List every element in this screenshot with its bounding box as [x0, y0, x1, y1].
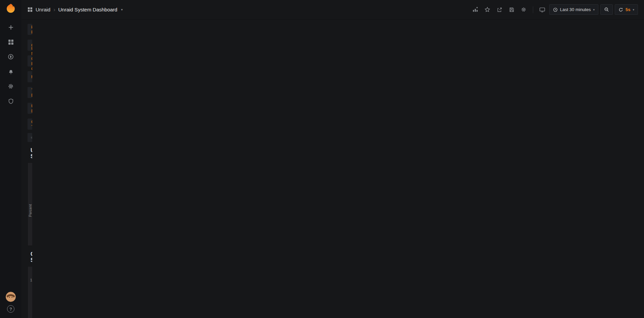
- cpu1-chart[interactable]: 0%50%100%19:5019:5520:0020:0520:1020:15: [28, 275, 32, 318]
- time-range-picker[interactable]: Last 30 minutes ▾: [549, 4, 598, 15]
- dashboard-title-caret-icon[interactable]: ▾: [121, 8, 123, 11]
- save-icon[interactable]: [507, 5, 517, 15]
- external-link-icon: [31, 135, 32, 140]
- caret-down-icon: ▾: [593, 8, 595, 11]
- star-icon[interactable]: [482, 5, 493, 15]
- grafana-flame-icon: [5, 3, 16, 14]
- main-area: Unraid › Unraid System Dashboard ▾: [21, 0, 644, 318]
- navbar-actions: Last 30 minutes ▾ 5s ▾: [470, 4, 638, 15]
- navbar-divider: [533, 6, 533, 13]
- variable-ups-datasource: UPS Datasource apcupsd-container▾: [28, 103, 32, 114]
- graph-legend: UPS Load Min: 17% Max: 32% Avg: 20% Watt…: [28, 237, 32, 245]
- zoom-out-icon: [604, 7, 609, 12]
- refresh-interval-label: 5s: [626, 7, 630, 12]
- variable-label: UPS Datasource: [28, 103, 32, 114]
- share-icon[interactable]: [495, 5, 505, 15]
- admin-shield-icon[interactable]: [4, 94, 17, 108]
- configuration-gear-icon[interactable]: [4, 79, 17, 94]
- variable-cpu-threads: CPU Threads: [28, 119, 32, 130]
- panel-header[interactable]: UPS Load % Last 12 hours: [28, 163, 32, 171]
- refresh-icon: [618, 7, 623, 12]
- dashboard-link-plex-theme[interactable]: Grafana Plex Theme: [28, 133, 32, 142]
- dashboards-icon[interactable]: [4, 35, 17, 49]
- explore-icon[interactable]: [4, 49, 17, 64]
- sidebar: ?: [0, 0, 21, 318]
- y-axis-label-left: Percent: [28, 204, 32, 217]
- section-title: CPU Stats: [31, 251, 32, 263]
- zoom-out-button[interactable]: [600, 4, 613, 15]
- create-icon[interactable]: [4, 20, 17, 35]
- variable-label: Telegraf Datasource: [28, 87, 32, 98]
- variable-label: UPS Max Output Power Capacity (Watt): [28, 55, 32, 66]
- panel-settings-gear-icon[interactable]: [519, 5, 529, 15]
- breadcrumb: Unraid › Unraid System Dashboard ▾: [28, 7, 123, 13]
- dashboard-body: kWh Price 0.65▾ Currency kr▾ UPS Max Out…: [21, 19, 32, 318]
- time-range-label: Last 30 minutes: [560, 7, 591, 12]
- add-panel-icon[interactable]: [470, 5, 480, 15]
- panel-cpu1: CPU 1 Last 30 minutes 0%50%100%19:5019:5…: [28, 266, 32, 318]
- variable-kwh-price: kWh Price 0.65▾: [28, 24, 32, 35]
- user-avatar[interactable]: [6, 292, 16, 302]
- help-glyph: ?: [9, 307, 12, 312]
- variable-host: host Nostromo▾: [28, 71, 32, 82]
- alerting-bell-icon[interactable]: [4, 64, 17, 79]
- clock-icon: [553, 7, 558, 12]
- top-navbar: Unraid › Unraid System Dashboard ▾: [21, 0, 644, 19]
- grafana-app: ? Unraid › Unraid System Dashboard ▾: [0, 0, 644, 318]
- panel-header[interactable]: CPU 1 Last 30 minutes: [28, 267, 32, 275]
- grafana-logo[interactable]: [5, 3, 16, 15]
- caret-down-icon: ▾: [633, 8, 634, 11]
- panel-ups-load-graph: UPS Load % Last 12 hours Percent Watts 1…: [28, 163, 32, 246]
- avatar-image: [6, 292, 16, 302]
- variable-ups-max-power: UPS Max Output Power Capacity (Watt) 865…: [28, 55, 32, 66]
- dashboard-title[interactable]: Unraid System Dashboard: [58, 7, 118, 12]
- breadcrumb-root[interactable]: Unraid: [36, 7, 50, 12]
- variable-label: CPU Threads: [28, 119, 32, 130]
- dashboard-grid-icon[interactable]: [28, 7, 33, 12]
- help-icon[interactable]: ?: [7, 305, 14, 313]
- cycle-view-tv-icon[interactable]: [537, 5, 547, 15]
- variable-label: kWh Price: [28, 24, 32, 35]
- variable-label: host: [28, 71, 32, 82]
- variable-telegraf-datasource: Telegraf Datasource Telegraf▾: [28, 87, 32, 98]
- refresh-picker[interactable]: 5s ▾: [615, 4, 638, 15]
- breadcrumb-separator-icon: ›: [53, 7, 55, 13]
- svg-text:100%: 100%: [30, 278, 32, 282]
- section-title: UPS Stats: [31, 147, 32, 160]
